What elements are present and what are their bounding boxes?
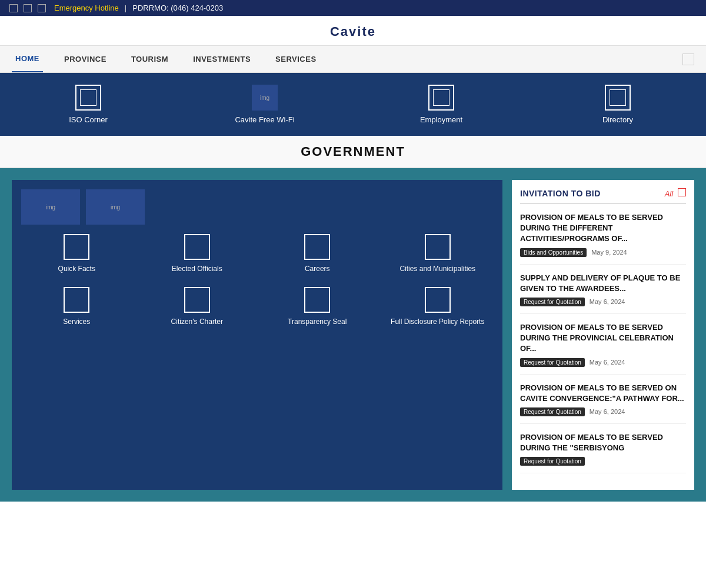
bid-item-1-date: May 6, 2024: [590, 298, 625, 305]
bid-item-3-badge: Request for Quotation: [520, 407, 585, 416]
transparency-seal-label: Transparency Seal: [288, 318, 347, 326]
header: Cavite: [0, 16, 706, 46]
separator: |: [125, 4, 126, 12]
nav-home[interactable]: HOME: [12, 46, 43, 72]
employment-icon: [433, 89, 449, 106]
search-icon[interactable]: [682, 54, 694, 65]
cavite-wifi-label: Cavite Free Wi-Fi: [235, 115, 294, 124]
email-icon[interactable]: [38, 4, 46, 12]
bid-item-1-title[interactable]: SUPPLY AND DELIVERY OF PLAQUE TO BE GIVE…: [520, 273, 686, 294]
main-nav: HOME PROVINCE TOURISM INVESTMENTS SERVIC…: [0, 46, 706, 73]
bid-item-4-title[interactable]: PROVISION OF MEALS TO BE SERVED DURING T…: [520, 432, 686, 453]
employment-label: Employment: [420, 115, 462, 124]
elected-officials-icon: [184, 234, 210, 260]
citizens-charter-label: Citizen's Charter: [171, 318, 223, 326]
bid-panel-header: INVITATION TO BID All: [520, 188, 686, 204]
bid-item-0-date: May 9, 2024: [591, 249, 627, 256]
bid-item-3-title[interactable]: PROVISION OF MEALS TO BE SERVED ON CAVIT…: [520, 383, 686, 404]
bid-item-1: SUPPLY AND DELIVERY OF PLAQUE TO BE GIVE…: [520, 273, 686, 314]
bid-panel: INVITATION TO BID All PROVISION OF MEALS…: [512, 180, 694, 490]
govt-panel-images: img img: [21, 189, 493, 225]
bid-rss-icon[interactable]: [678, 188, 686, 196]
bid-item-2-date: May 6, 2024: [590, 359, 625, 366]
quick-facts-label: Quick Facts: [58, 265, 95, 273]
citizens-charter-icon: [184, 287, 210, 313]
bid-item-2-meta: Request for Quotation May 6, 2024: [520, 358, 686, 367]
bid-item-0-title[interactable]: PROVISION OF MEALS TO BE SERVED DURING T…: [520, 212, 686, 245]
govt-item-citizens-charter[interactable]: Citizen's Charter: [142, 287, 253, 326]
govt-panel: img img Quick Facts Elected Officials Ca…: [12, 180, 502, 490]
pdrrmo-text: PDRRMO: (046) 424-0203: [132, 4, 223, 12]
govt-item-cities-municipalities[interactable]: Cities and Municipalities: [382, 234, 494, 273]
bid-item-4-badge: Request for Quotation: [520, 457, 585, 466]
cavite-wifi-image: img: [252, 85, 278, 111]
nav-investments[interactable]: INVESTMENTS: [189, 46, 254, 72]
iso-corner-icon: [80, 89, 96, 106]
bid-item-0-badge: Bids and Opportunities: [520, 248, 587, 257]
govt-section-title: GOVERNMENT: [0, 136, 706, 168]
govt-image-1: img: [21, 189, 80, 225]
full-disclosure-label: Full Disclosure Policy Reports: [391, 318, 484, 326]
bid-item-3-date: May 6, 2024: [590, 408, 625, 415]
careers-label: Careers: [305, 265, 330, 273]
bid-item-0: PROVISION OF MEALS TO BE SERVED DURING T…: [520, 212, 686, 265]
nav-province[interactable]: PROVINCE: [61, 46, 110, 72]
bid-panel-title: INVITATION TO BID: [520, 189, 601, 198]
govt-item-transparency-seal[interactable]: Transparency Seal: [262, 287, 373, 326]
twitter-icon[interactable]: [24, 4, 32, 12]
employment-icon-box: [428, 85, 454, 111]
cities-municipalities-icon: [425, 234, 451, 260]
site-logo[interactable]: Cavite: [0, 24, 706, 39]
elected-officials-label: Elected Officials: [172, 265, 222, 273]
govt-image-2: img: [86, 189, 145, 225]
nav-services[interactable]: SERVICES: [272, 46, 320, 72]
bid-item-2: PROVISION OF MEALS TO BE SERVED DURING T…: [520, 322, 686, 375]
bid-item-3: PROVISION OF MEALS TO BE SERVED ON CAVIT…: [520, 383, 686, 424]
bid-all-link[interactable]: All: [665, 189, 673, 198]
govt-item-careers[interactable]: Careers: [262, 234, 373, 273]
directory-icon: [610, 89, 626, 106]
bid-item-2-badge: Request for Quotation: [520, 358, 585, 367]
directory-icon-box: [605, 85, 631, 111]
main-content: img img Quick Facts Elected Officials Ca…: [0, 168, 706, 502]
services-icon: [64, 287, 89, 313]
govt-grid-row2: Services Citizen's Charter Transparency …: [21, 287, 493, 326]
bid-item-4-meta: Request for Quotation: [520, 457, 686, 466]
iso-corner-label: ISO Corner: [69, 115, 108, 124]
transparency-seal-icon: [304, 287, 330, 313]
feature-iso-corner[interactable]: ISO Corner: [53, 85, 124, 124]
nav-tourism[interactable]: TOURISM: [128, 46, 172, 72]
iso-corner-icon-box: [75, 85, 101, 111]
govt-grid-row1: Quick Facts Elected Officials Careers Ci…: [21, 234, 493, 273]
bid-item-0-meta: Bids and Opportunities May 9, 2024: [520, 248, 686, 257]
bid-item-1-meta: Request for Quotation May 6, 2024: [520, 298, 686, 306]
bid-item-3-meta: Request for Quotation May 6, 2024: [520, 407, 686, 416]
fb-icon[interactable]: [9, 4, 18, 12]
emergency-hotline-label: Emergency Hotline: [54, 4, 119, 12]
cities-municipalities-label: Cities and Municipalities: [399, 265, 475, 273]
govt-item-services[interactable]: Services: [21, 287, 132, 326]
feature-strip: ISO Corner img Cavite Free Wi-Fi Employm…: [0, 73, 706, 136]
feature-cavite-wifi[interactable]: img Cavite Free Wi-Fi: [229, 85, 300, 124]
govt-item-elected-officials[interactable]: Elected Officials: [142, 234, 253, 273]
feature-employment[interactable]: Employment: [406, 85, 477, 124]
govt-item-quick-facts[interactable]: Quick Facts: [21, 234, 132, 273]
bid-item-4: PROVISION OF MEALS TO BE SERVED DURING T…: [520, 432, 686, 473]
feature-directory[interactable]: Directory: [582, 85, 653, 124]
bid-item-1-badge: Request for Quotation: [520, 298, 585, 306]
quick-facts-icon: [64, 234, 89, 260]
govt-item-full-disclosure[interactable]: Full Disclosure Policy Reports: [382, 287, 494, 326]
full-disclosure-icon: [425, 287, 451, 313]
services-label: Services: [63, 318, 90, 326]
careers-icon: [304, 234, 330, 260]
top-bar: Emergency Hotline | PDRRMO: (046) 424-02…: [0, 0, 706, 16]
bid-item-2-title[interactable]: PROVISION OF MEALS TO BE SERVED DURING T…: [520, 322, 686, 355]
directory-label: Directory: [602, 115, 633, 124]
